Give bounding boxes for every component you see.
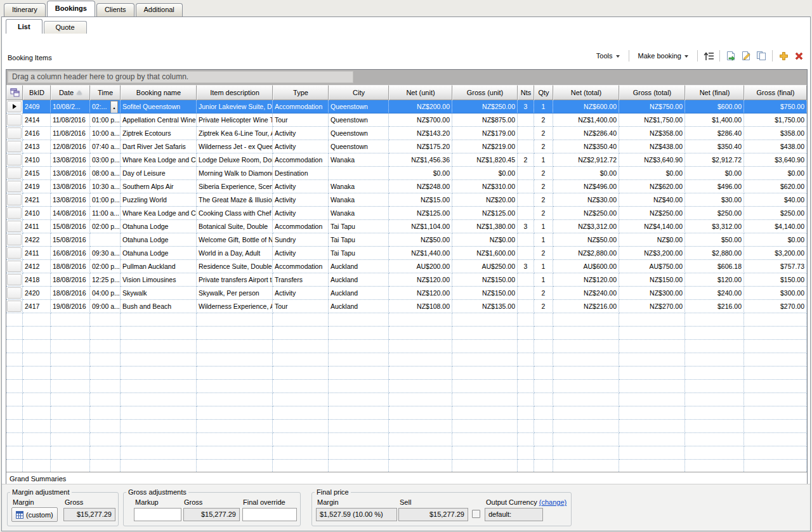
cell-bkid[interactable]: 2410: [23, 153, 51, 167]
cell-date[interactable]: 13/08/2016: [51, 180, 90, 193]
column-header-type[interactable]: Type: [273, 85, 329, 100]
cell-desc[interactable]: Welcome Gift, Bottle of Ne...: [197, 233, 273, 247]
cell-net_total[interactable]: NZ$30.00: [553, 193, 619, 207]
cell-time[interactable]: 09:00 a...: [90, 300, 121, 313]
cell-qty[interactable]: 2: [534, 167, 553, 180]
cell-gross_unit[interactable]: NZ$1,820.45: [452, 153, 518, 167]
cell-qty[interactable]: 1: [534, 153, 553, 167]
cell-net_unit[interactable]: NZ$1,440.00: [389, 247, 452, 260]
cell-net_total[interactable]: NZ$600.00: [553, 100, 619, 114]
cell-gross_unit[interactable]: NZ$150.00: [452, 287, 518, 300]
cell-type[interactable]: Activity: [273, 127, 329, 140]
cell-net_total[interactable]: NZ$2,912.72: [553, 153, 619, 167]
cell-city[interactable]: Tai Tapu: [329, 220, 389, 233]
cell-time[interactable]: 03:00 p...: [90, 153, 121, 167]
cell-net_final[interactable]: $600.00: [685, 100, 744, 114]
row-selector[interactable]: [6, 220, 23, 233]
row-selector[interactable]: [6, 233, 23, 247]
cell-date[interactable]: 18/08/2016: [51, 260, 90, 273]
cell-city[interactable]: Wanaka: [329, 153, 389, 167]
cell-net_unit[interactable]: NZ$1,456.36: [389, 153, 452, 167]
cell-gross_total[interactable]: NZ$150.00: [619, 273, 685, 287]
cell-desc[interactable]: Private Helicopter Wine To...: [197, 114, 273, 127]
cell-bkid[interactable]: 2416: [23, 127, 51, 140]
cell-net_final[interactable]: $1,400.00: [685, 114, 744, 127]
cell-desc[interactable]: Junior Lakeview Suite, Do...: [197, 100, 273, 114]
cell-gross_unit[interactable]: NZ$150.00: [452, 273, 518, 287]
cell-gross_total[interactable]: NZ$0.00: [619, 233, 685, 247]
final-override-input[interactable]: [242, 508, 297, 521]
cell-city[interactable]: Queenstown: [329, 140, 389, 153]
cell-city[interactable]: Auckland: [329, 260, 389, 273]
row-selector[interactable]: [6, 153, 23, 167]
cell-time[interactable]: [90, 233, 121, 247]
cell-gross_final[interactable]: $270.00: [744, 300, 807, 313]
cell-gross_total[interactable]: NZ$620.00: [619, 180, 685, 193]
cell-gross_total[interactable]: NZ$750.00: [619, 100, 685, 114]
cell-date[interactable]: 19/08/2016: [51, 300, 90, 313]
cell-gross_total[interactable]: NZ$3,200.00: [619, 247, 685, 260]
cell-gross_final[interactable]: $0.00: [744, 167, 807, 180]
cell-name[interactable]: Whare Kea Lodge and Ch...: [121, 207, 197, 220]
cell-bkid[interactable]: 2412: [23, 260, 51, 273]
cell-time[interactable]: 11:00 a...: [90, 207, 121, 220]
cell-nts[interactable]: [518, 140, 534, 153]
cell-net_final[interactable]: $606.18: [685, 260, 744, 273]
cell-nts[interactable]: [518, 287, 534, 300]
cell-net_total[interactable]: NZ$240.00: [553, 287, 619, 300]
tools-button[interactable]: Tools: [592, 50, 624, 62]
cell-qty[interactable]: 1: [534, 100, 553, 114]
cell-name[interactable]: Otahuna Lodge: [121, 233, 197, 247]
change-currency-link[interactable]: (change): [539, 498, 566, 506]
cell-name[interactable]: Day of Leisure: [121, 167, 197, 180]
cell-desc[interactable]: Botanical Suite, Double: [197, 220, 273, 233]
cell-net_total[interactable]: NZ$496.00: [553, 180, 619, 193]
cell-nts[interactable]: 3: [518, 220, 534, 233]
cell-qty[interactable]: 2: [534, 114, 553, 127]
cell-gross_final[interactable]: $438.00: [744, 140, 807, 153]
cell-bkid[interactable]: 2421: [23, 193, 51, 207]
cell-net_total[interactable]: NZ$50.00: [553, 233, 619, 247]
cell-net_final[interactable]: $496.00: [685, 180, 744, 193]
cell-net_unit[interactable]: AU$200.00: [389, 260, 452, 273]
cell-net_final[interactable]: $3,312.00: [685, 220, 744, 233]
cell-gross_total[interactable]: NZ$358.00: [619, 127, 685, 140]
cell-net_final[interactable]: $240.00: [685, 287, 744, 300]
cell-city[interactable]: Tai Tapu: [329, 247, 389, 260]
cell-gross_unit[interactable]: $0.00: [452, 167, 518, 180]
cell-desc[interactable]: Skywalk, Per person: [197, 287, 273, 300]
cell-date[interactable]: 14/08/2016: [51, 207, 90, 220]
cell-desc[interactable]: Wilderness Experience, Ad...: [197, 300, 273, 313]
cell-city[interactable]: Queenstown: [329, 114, 389, 127]
cell-date[interactable]: 15/08/2016: [51, 220, 90, 233]
column-header-bkid[interactable]: BkID: [23, 85, 51, 100]
row-selector[interactable]: [6, 180, 23, 193]
cell-name[interactable]: Vision Limousines: [121, 273, 197, 287]
cell-net_unit[interactable]: NZ$125.00: [389, 207, 452, 220]
cell-net_total[interactable]: NZ$350.40: [553, 140, 619, 153]
cell-qty[interactable]: 1: [534, 273, 553, 287]
cell-bkid[interactable]: 2420: [23, 287, 51, 300]
cell-nts[interactable]: [518, 193, 534, 207]
row-selector[interactable]: [6, 273, 23, 287]
column-header-gross_unit[interactable]: Gross (unit): [452, 85, 518, 100]
cell-qty[interactable]: 2: [534, 140, 553, 153]
cell-qty[interactable]: 2: [534, 180, 553, 193]
tab-additional[interactable]: Additional: [136, 3, 183, 16]
cell-name[interactable]: Bush and Beach: [121, 300, 197, 313]
tab-bookings[interactable]: Bookings: [47, 1, 95, 16]
cell-time[interactable]: 04:00 p...: [90, 287, 121, 300]
cell-gross_final[interactable]: $757.73: [744, 260, 807, 273]
row-selector[interactable]: [6, 287, 23, 300]
edit-item-icon[interactable]: [740, 49, 752, 62]
sort-order-icon[interactable]: [702, 49, 715, 62]
open-item-icon[interactable]: [724, 49, 737, 62]
cell-nts[interactable]: [518, 207, 534, 220]
cell-gross_total[interactable]: NZ$250.00: [619, 207, 685, 220]
cell-net_final[interactable]: $120.00: [685, 273, 744, 287]
cell-time[interactable]: 09:30 a...: [90, 247, 121, 260]
cell-date[interactable]: 12/08/2016: [51, 140, 90, 153]
cell-desc[interactable]: Private transfers Airport to...: [197, 273, 273, 287]
cell-net_unit[interactable]: NZ$200.00: [389, 100, 452, 114]
cell-type[interactable]: Activity: [273, 193, 329, 207]
